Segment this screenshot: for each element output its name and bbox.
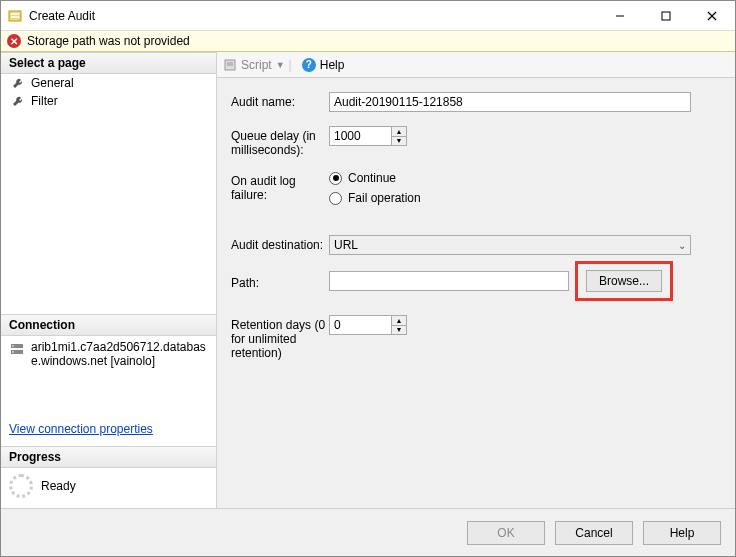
error-message: Storage path was not provided bbox=[27, 34, 190, 48]
script-button[interactable]: Script ▼ bbox=[223, 58, 285, 72]
page-item-general[interactable]: General bbox=[1, 74, 216, 92]
retention-spinner[interactable]: ▲ ▼ bbox=[391, 315, 407, 335]
cancel-label: Cancel bbox=[575, 526, 612, 540]
window-title: Create Audit bbox=[29, 9, 597, 23]
chevron-down-icon[interactable]: ▼ bbox=[392, 326, 406, 335]
script-icon bbox=[223, 58, 237, 72]
help-icon: ? bbox=[302, 58, 316, 72]
queue-delay-spinner[interactable]: ▲ ▼ bbox=[391, 126, 407, 146]
minimize-button[interactable] bbox=[597, 1, 643, 31]
maximize-button[interactable] bbox=[643, 1, 689, 31]
window-controls bbox=[597, 1, 735, 31]
connection-info: arib1mi1.c7aa2d506712.database.windows.n… bbox=[1, 336, 216, 372]
svg-rect-4 bbox=[662, 12, 670, 20]
view-connection-link[interactable]: View connection properties bbox=[1, 412, 216, 446]
ok-label: OK bbox=[497, 526, 514, 540]
connection-text: arib1mi1.c7aa2d506712.database.windows.n… bbox=[31, 340, 208, 368]
destination-label: Audit destination: bbox=[231, 235, 329, 252]
help-button[interactable]: ? Help bbox=[302, 58, 345, 72]
chevron-down-icon: ▼ bbox=[276, 60, 285, 70]
ok-button[interactable]: OK bbox=[467, 521, 545, 545]
page-item-filter[interactable]: Filter bbox=[1, 92, 216, 110]
audit-name-label: Audit name: bbox=[231, 92, 329, 109]
queue-delay-label: Queue delay (in milliseconds): bbox=[231, 126, 329, 157]
destination-select[interactable]: URL ⌄ bbox=[329, 235, 691, 255]
toolbar: Script ▼ | ? Help bbox=[217, 52, 735, 78]
radio-continue[interactable]: Continue bbox=[329, 171, 721, 185]
svg-rect-1 bbox=[11, 13, 19, 15]
retention-label: Retention days (0 for unlimited retentio… bbox=[231, 315, 329, 360]
browse-button[interactable]: Browse... bbox=[586, 270, 662, 292]
progress-text: Ready bbox=[41, 479, 76, 493]
wrench-icon bbox=[11, 94, 25, 108]
dialog-body: Select a page General Filter Connection bbox=[1, 52, 735, 508]
browse-label: Browse... bbox=[599, 274, 649, 288]
script-label: Script bbox=[241, 58, 272, 72]
progress-header: Progress bbox=[1, 446, 216, 468]
error-banner: ✕ Storage path was not provided bbox=[1, 31, 735, 52]
chevron-up-icon[interactable]: ▲ bbox=[392, 316, 406, 326]
page-item-label: Filter bbox=[31, 94, 58, 108]
chevron-down-icon[interactable]: ▼ bbox=[392, 137, 406, 146]
path-label: Path: bbox=[231, 273, 329, 290]
help-label: Help bbox=[320, 58, 345, 72]
svg-point-10 bbox=[12, 351, 14, 353]
retention-input[interactable] bbox=[329, 315, 391, 335]
page-item-label: General bbox=[31, 76, 74, 90]
progress-status: Ready bbox=[1, 468, 216, 504]
help-label: Help bbox=[670, 526, 695, 540]
radio-icon bbox=[329, 172, 342, 185]
left-panel: Select a page General Filter Connection bbox=[1, 52, 217, 508]
on-failure-label: On audit log failure: bbox=[231, 171, 329, 202]
radio-icon bbox=[329, 192, 342, 205]
svg-rect-2 bbox=[11, 16, 19, 18]
server-icon bbox=[9, 341, 25, 357]
radio-fail-label: Fail operation bbox=[348, 191, 421, 205]
cancel-button[interactable]: Cancel bbox=[555, 521, 633, 545]
chevron-down-icon: ⌄ bbox=[678, 240, 686, 251]
audit-name-input[interactable] bbox=[329, 92, 691, 112]
queue-delay-input[interactable] bbox=[329, 126, 391, 146]
svg-point-9 bbox=[12, 345, 14, 347]
connection-header: Connection bbox=[1, 314, 216, 336]
progress-spinner-icon bbox=[9, 474, 33, 498]
create-audit-dialog: Create Audit ✕ Storage path was not prov… bbox=[0, 0, 736, 557]
wrench-icon bbox=[11, 76, 25, 90]
browse-highlight: Browse... bbox=[575, 261, 673, 301]
form-area: Audit name: Queue delay (in milliseconds… bbox=[217, 78, 735, 508]
radio-continue-label: Continue bbox=[348, 171, 396, 185]
help-button[interactable]: Help bbox=[643, 521, 721, 545]
titlebar: Create Audit bbox=[1, 1, 735, 31]
dialog-footer: OK Cancel Help bbox=[1, 508, 735, 556]
right-panel: Script ▼ | ? Help Audit name: Queue bbox=[217, 52, 735, 508]
select-page-header: Select a page bbox=[1, 52, 216, 74]
page-list: General Filter bbox=[1, 74, 216, 314]
error-icon: ✕ bbox=[7, 34, 21, 48]
app-icon bbox=[7, 8, 23, 24]
chevron-up-icon[interactable]: ▲ bbox=[392, 127, 406, 137]
path-input[interactable] bbox=[329, 271, 569, 291]
radio-fail-operation[interactable]: Fail operation bbox=[329, 191, 721, 205]
close-button[interactable] bbox=[689, 1, 735, 31]
destination-value: URL bbox=[334, 238, 358, 252]
